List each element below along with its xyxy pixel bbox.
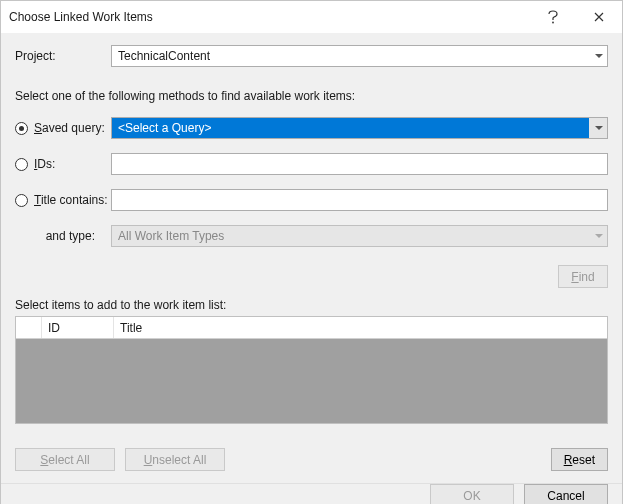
chevron-down-icon	[589, 118, 607, 138]
work-items-grid[interactable]: ID Title	[15, 316, 608, 424]
chevron-down-icon	[589, 46, 607, 66]
ok-button: OK	[430, 484, 514, 504]
saved-query-dropdown-value: <Select a Query>	[112, 118, 589, 138]
select-all-button: Select All	[15, 448, 115, 471]
ids-input[interactable]	[111, 153, 608, 175]
and-type-label: and type:	[15, 229, 111, 243]
grid-header-id[interactable]: ID	[42, 317, 114, 338]
list-label: Select items to add to the work item lis…	[15, 298, 608, 312]
help-icon	[548, 10, 558, 24]
project-label: Project:	[15, 49, 111, 63]
title-contains-radio-label[interactable]: Title contains:	[15, 193, 111, 207]
reset-button[interactable]: Reset	[551, 448, 608, 471]
title-contains-input[interactable]	[111, 189, 608, 211]
close-icon	[594, 12, 604, 22]
title-contains-row: Title contains:	[15, 189, 608, 211]
svg-point-0	[552, 22, 554, 24]
close-button[interactable]	[576, 1, 622, 33]
project-dropdown[interactable]: TechnicalContent	[111, 45, 608, 67]
grid-header-title[interactable]: Title	[114, 317, 607, 338]
dialog-footer: OK Cancel	[1, 483, 622, 504]
dialog-title: Choose Linked Work Items	[9, 10, 530, 24]
cancel-button[interactable]: Cancel	[524, 484, 608, 504]
saved-query-dropdown[interactable]: <Select a Query>	[111, 117, 608, 139]
find-row: Find	[15, 265, 608, 288]
grid-header-check[interactable]	[16, 317, 42, 338]
ids-radio-label[interactable]: IDs:	[15, 157, 111, 171]
selection-buttons-row: Select All Unselect All Reset	[15, 448, 608, 471]
and-type-dropdown-value: All Work Item Types	[112, 226, 589, 246]
and-type-dropdown: All Work Item Types	[111, 225, 608, 247]
dialog-body: Project: TechnicalContent Select one of …	[1, 33, 622, 483]
title-contains-radio[interactable]	[15, 194, 28, 207]
project-dropdown-value: TechnicalContent	[112, 46, 589, 66]
saved-query-radio[interactable]	[15, 122, 28, 135]
saved-query-row: Saved query: <Select a Query>	[15, 117, 608, 139]
saved-query-radio-label[interactable]: Saved query:	[15, 121, 111, 135]
choose-linked-work-items-dialog: Choose Linked Work Items Project: Techni…	[0, 0, 623, 504]
ids-row: IDs:	[15, 153, 608, 175]
instructions-text: Select one of the following methods to f…	[15, 89, 608, 103]
grid-header: ID Title	[16, 317, 607, 339]
help-button[interactable]	[530, 1, 576, 33]
chevron-down-icon	[589, 226, 607, 246]
unselect-all-button: Unselect All	[125, 448, 225, 471]
and-type-row: and type: All Work Item Types	[15, 225, 608, 247]
project-row: Project: TechnicalContent	[15, 45, 608, 67]
find-button: Find	[558, 265, 608, 288]
grid-body	[16, 339, 607, 423]
ids-radio[interactable]	[15, 158, 28, 171]
titlebar: Choose Linked Work Items	[1, 1, 622, 33]
